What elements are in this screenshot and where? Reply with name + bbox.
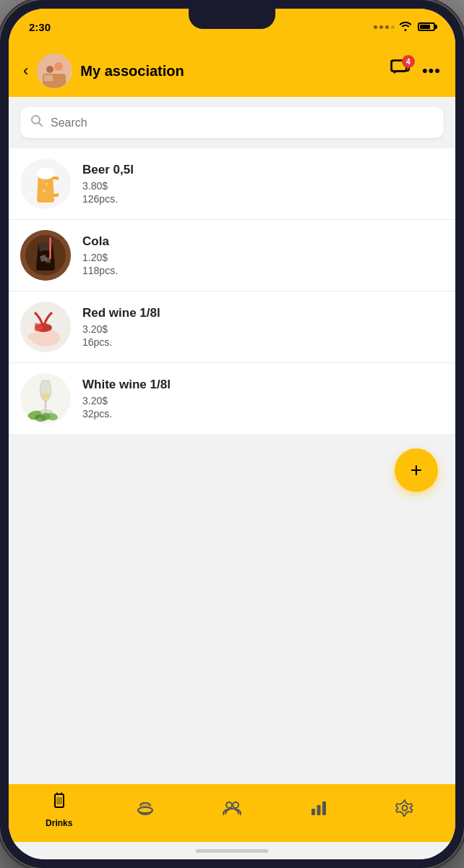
avatar xyxy=(37,54,72,88)
page-title: My association xyxy=(80,63,382,80)
svg-point-15 xyxy=(42,180,43,182)
fab-area: + xyxy=(9,434,455,521)
status-icons xyxy=(374,21,435,33)
signal-dot-1 xyxy=(374,25,377,29)
search-box[interactable] xyxy=(20,107,444,138)
notch xyxy=(189,9,275,29)
item-whitewine-image xyxy=(20,373,71,424)
svg-point-13 xyxy=(43,190,46,192)
phone-frame: 2:30 xyxy=(0,0,464,868)
nav-item-settings[interactable] xyxy=(361,799,448,822)
battery-fill xyxy=(420,25,430,29)
item-price: 3.80$ xyxy=(82,180,444,192)
signal-dot-3 xyxy=(385,25,389,29)
svg-rect-4 xyxy=(44,75,53,81)
back-button[interactable]: ‹ xyxy=(23,61,28,80)
search-container xyxy=(9,97,455,148)
svg-point-3 xyxy=(54,62,63,71)
food-icon xyxy=(136,799,155,822)
status-bar: 2:30 xyxy=(9,9,455,45)
item-qty: 32pcs. xyxy=(82,408,444,420)
svg-rect-43 xyxy=(312,809,315,815)
svg-rect-45 xyxy=(322,801,326,815)
search-icon xyxy=(30,114,43,131)
signal-dots xyxy=(374,25,395,29)
avatar-image xyxy=(37,54,72,88)
battery-icon xyxy=(418,22,435,31)
item-price: 3.20$ xyxy=(82,323,444,335)
members-icon xyxy=(223,799,241,822)
svg-point-2 xyxy=(46,66,53,73)
nav-item-drinks[interactable]: Drinks xyxy=(16,792,103,828)
items-list: Beer 0,5l 3.80$ 126pcs. xyxy=(9,148,455,434)
drinks-label: Drinks xyxy=(46,818,72,828)
home-bar xyxy=(196,849,268,853)
item-cola-image xyxy=(20,230,71,281)
item-beer-info: Beer 0,5l 3.80$ 126pcs. xyxy=(82,163,444,205)
svg-rect-44 xyxy=(317,805,320,815)
item-whitewine-info: White wine 1/8l 3.20$ 32pcs. xyxy=(82,378,444,420)
svg-point-41 xyxy=(226,802,232,808)
item-name: Cola xyxy=(82,234,444,249)
list-item[interactable]: Cola 1.20$ 118pcs. xyxy=(9,220,455,292)
settings-icon xyxy=(395,799,414,822)
svg-point-14 xyxy=(46,183,48,185)
home-indicator xyxy=(9,842,455,859)
svg-rect-31 xyxy=(45,401,47,411)
svg-rect-21 xyxy=(50,237,51,259)
item-name: White wine 1/8l xyxy=(82,378,444,392)
search-input[interactable] xyxy=(51,116,434,129)
svg-point-11 xyxy=(38,169,45,175)
nav-item-members[interactable] xyxy=(189,799,275,822)
list-item[interactable]: Red wine 1/8l 3.20$ 16pcs. xyxy=(9,292,455,363)
list-item[interactable]: Beer 0,5l 3.80$ 126pcs. xyxy=(9,148,455,220)
signal-dot-4 xyxy=(391,25,395,29)
item-qty: 118pcs. xyxy=(82,265,444,276)
item-beer-image xyxy=(20,158,71,209)
item-qty: 126pcs. xyxy=(82,193,444,205)
notification-badge: 4 xyxy=(402,55,415,68)
header-actions: 4 ••• xyxy=(390,59,441,83)
svg-point-46 xyxy=(403,806,408,811)
item-cola-info: Cola 1.20$ 118pcs. xyxy=(82,234,444,276)
messages-button[interactable]: 4 xyxy=(390,59,411,83)
wifi-icon xyxy=(399,21,412,33)
more-options-button[interactable]: ••• xyxy=(422,61,441,80)
svg-point-39 xyxy=(138,807,152,813)
nav-item-food[interactable] xyxy=(103,799,189,822)
bottom-nav: Drinks xyxy=(9,784,455,842)
header: ‹ My association xyxy=(9,45,455,97)
phone-screen: 2:30 xyxy=(9,9,455,859)
item-redwine-image xyxy=(20,302,71,352)
signal-dot-2 xyxy=(379,25,383,29)
nav-item-stats[interactable] xyxy=(275,799,362,822)
svg-rect-40 xyxy=(139,804,151,807)
item-redwine-info: Red wine 1/8l 3.20$ 16pcs. xyxy=(82,306,444,348)
add-button[interactable]: + xyxy=(395,448,438,492)
svg-point-42 xyxy=(233,802,239,808)
stats-icon xyxy=(309,799,328,822)
item-price: 3.20$ xyxy=(82,395,444,407)
main-content: Beer 0,5l 3.80$ 126pcs. xyxy=(9,97,455,784)
svg-rect-38 xyxy=(56,797,62,804)
item-name: Red wine 1/8l xyxy=(82,306,444,320)
item-price: 1.20$ xyxy=(82,252,444,263)
svg-line-9 xyxy=(39,123,43,127)
status-time: 2:30 xyxy=(29,21,51,33)
drinks-icon xyxy=(50,792,69,815)
list-item[interactable]: White wine 1/8l 3.20$ 32pcs. xyxy=(9,363,455,434)
item-name: Beer 0,5l xyxy=(82,163,444,177)
svg-point-12 xyxy=(46,169,53,174)
item-qty: 16pcs. xyxy=(82,336,444,348)
